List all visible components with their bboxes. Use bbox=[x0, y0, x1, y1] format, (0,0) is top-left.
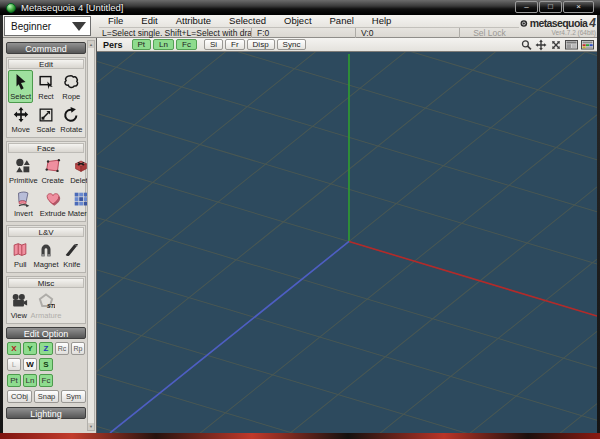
armature-std-icon: STD bbox=[37, 292, 55, 310]
rotate-arrow-icon bbox=[62, 106, 80, 124]
view-control-icons bbox=[521, 39, 594, 51]
rect-tool-button[interactable]: Rect bbox=[33, 70, 58, 103]
create-tool-button[interactable]: Create bbox=[39, 154, 67, 187]
knife-tool-button[interactable]: Knife bbox=[60, 238, 84, 271]
axis-z-toggle[interactable]: Z bbox=[39, 342, 53, 355]
window-title: Metasequoia 4 [Untitled] bbox=[21, 2, 123, 13]
mode-dropdown[interactable]: Beginner bbox=[4, 16, 91, 36]
face-section-label[interactable]: Face bbox=[8, 143, 84, 153]
vp-sync-toggle[interactable]: Sync bbox=[277, 39, 307, 50]
workspace: Command Edit Select bbox=[3, 38, 597, 433]
window-border-bottom bbox=[0, 433, 600, 439]
extrude-tool-button[interactable]: Extrude bbox=[39, 187, 67, 220]
edit-section-label[interactable]: Edit bbox=[8, 59, 84, 69]
command-panel-header[interactable]: Command bbox=[6, 42, 86, 54]
axis-x-toggle[interactable]: X bbox=[7, 342, 21, 355]
menu-object[interactable]: Object bbox=[275, 15, 320, 27]
rope-tool-button[interactable]: Rope bbox=[59, 70, 84, 103]
orbit-view-icon[interactable] bbox=[550, 39, 562, 51]
invert-tool-button[interactable]: Invert bbox=[8, 187, 39, 220]
menu-help[interactable]: Help bbox=[363, 15, 401, 27]
brand-logo: metasequoia 4 Ver4.7.2 (64bit) bbox=[520, 16, 596, 37]
face-section: Face Primitive bbox=[6, 141, 86, 222]
axis-y-toggle[interactable]: Y bbox=[23, 342, 37, 355]
maximize-button[interactable]: □ bbox=[539, 1, 562, 13]
rotate-tool-button[interactable]: Rotate bbox=[59, 103, 84, 136]
face-counter: F:0 bbox=[251, 28, 355, 38]
app-logo-icon bbox=[6, 3, 16, 13]
line-toggle[interactable]: Ln bbox=[23, 374, 37, 387]
minimize-button[interactable]: – bbox=[515, 1, 538, 13]
pull-map-icon bbox=[11, 241, 29, 259]
menu-selected[interactable]: Selected bbox=[220, 15, 275, 27]
vp-disp-toggle[interactable]: Disp bbox=[247, 39, 275, 50]
menu-panel[interactable]: Panel bbox=[321, 15, 363, 27]
primitive-tool-button[interactable]: Primitive bbox=[8, 154, 39, 187]
metasequoia-logo-icon bbox=[520, 18, 528, 29]
viewport-area: Pers Pt Ln Fc Si Fr Disp Sync bbox=[97, 38, 597, 433]
select-tool-button[interactable]: Select bbox=[8, 70, 33, 103]
world-toggle[interactable]: W bbox=[23, 358, 37, 371]
pull-tool-button[interactable]: Pull bbox=[8, 238, 32, 271]
close-button[interactable]: × bbox=[563, 1, 594, 13]
mode-dropdown-value: Beginner bbox=[11, 21, 51, 32]
knife-icon bbox=[63, 241, 81, 259]
snap-toggle[interactable]: Snap bbox=[34, 390, 59, 403]
viewport-canvas[interactable] bbox=[97, 52, 597, 433]
invert-face-icon bbox=[14, 190, 32, 208]
display-mode-icon[interactable] bbox=[565, 39, 578, 51]
dropdown-arrow-icon bbox=[72, 22, 86, 31]
misc-section: Misc View bbox=[6, 276, 86, 324]
vp-si-toggle[interactable]: Si bbox=[204, 39, 223, 50]
sym-toggle[interactable]: Sym bbox=[61, 390, 86, 403]
scroll-up-icon[interactable]: ▲ bbox=[88, 41, 94, 48]
menu-edit[interactable]: Edit bbox=[132, 15, 166, 27]
vp-line-toggle[interactable]: Ln bbox=[153, 39, 174, 50]
status-hint: L=Select single. Shift+L=Select with dra… bbox=[99, 28, 251, 38]
panel-scrollbar[interactable]: ▲ ▼ bbox=[87, 40, 95, 431]
rect-select-icon bbox=[37, 73, 55, 91]
misc-section-label[interactable]: Misc bbox=[8, 278, 84, 288]
brand-name: metasequoia bbox=[530, 17, 588, 29]
pan-view-icon[interactable] bbox=[535, 39, 547, 51]
color-palette-icon[interactable] bbox=[581, 39, 594, 51]
lasso-icon bbox=[62, 73, 80, 91]
zoom-magnifier-icon[interactable] bbox=[521, 39, 532, 51]
menu-file[interactable]: File bbox=[99, 15, 132, 27]
magnet-tool-button[interactable]: Magnet bbox=[32, 238, 59, 271]
view-tool-button[interactable]: View bbox=[8, 289, 30, 322]
status-bar: L=Select single. Shift+L=Select with dra… bbox=[99, 27, 519, 38]
main-toolbar: Beginner File Edit Attribute Selected Ob… bbox=[3, 15, 597, 38]
brand-number: 4 bbox=[589, 16, 596, 30]
sel-lock-button[interactable]: Sel Lock bbox=[459, 28, 519, 38]
face-toggle[interactable]: Fc bbox=[39, 374, 53, 387]
rc-toggle[interactable]: Rc bbox=[55, 342, 69, 355]
armature-tool-button: STD Armature bbox=[30, 289, 63, 322]
window-content: Beginner File Edit Attribute Selected Ob… bbox=[3, 15, 597, 433]
scroll-down-icon[interactable]: ▼ bbox=[88, 423, 94, 430]
command-panel: Command Edit Select bbox=[3, 38, 97, 433]
lv-section-label[interactable]: L&V bbox=[8, 227, 84, 237]
local-toggle[interactable]: L bbox=[7, 358, 21, 371]
vp-face-toggle[interactable]: Fc bbox=[176, 39, 197, 50]
primitive-shapes-icon bbox=[14, 157, 32, 175]
move-tool-button[interactable]: Move bbox=[8, 103, 33, 136]
screen-toggle[interactable]: S bbox=[39, 358, 53, 371]
lighting-header[interactable]: Lighting bbox=[6, 407, 86, 419]
vp-fr-toggle[interactable]: Fr bbox=[225, 39, 245, 50]
edit-section: Edit Select bbox=[6, 57, 86, 138]
scale-tool-button[interactable]: Scale bbox=[33, 103, 58, 136]
movie-camera-icon bbox=[10, 292, 28, 310]
cobj-toggle[interactable]: CObj bbox=[7, 390, 32, 403]
title-bar[interactable]: Metasequoia 4 [Untitled] – □ × bbox=[0, 0, 600, 15]
viewport-toolbar: Pers Pt Ln Fc Si Fr Disp Sync bbox=[97, 38, 597, 52]
menu-attribute[interactable]: Attribute bbox=[167, 15, 220, 27]
view-mode-label[interactable]: Pers bbox=[97, 40, 132, 50]
vp-point-toggle[interactable]: Pt bbox=[132, 39, 152, 50]
rp-toggle[interactable]: Rp bbox=[71, 342, 85, 355]
scale-box-icon bbox=[37, 106, 55, 124]
point-toggle[interactable]: Pt bbox=[7, 374, 21, 387]
edit-option-header[interactable]: Edit Option bbox=[6, 327, 86, 339]
svg-text:STD: STD bbox=[47, 303, 55, 309]
extrude-face-icon bbox=[44, 190, 62, 208]
